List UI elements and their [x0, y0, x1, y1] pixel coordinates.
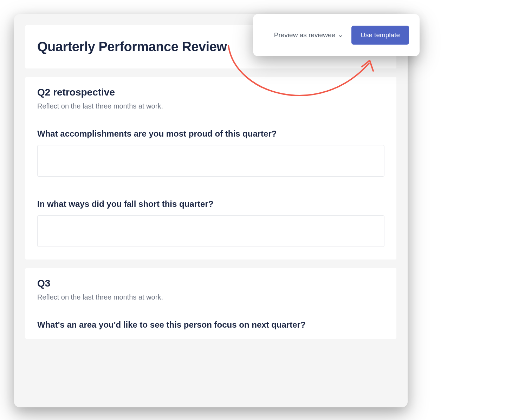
preview-toolbar: Preview as reviewee Use template — [253, 14, 420, 56]
page-container: Quarterly Performance Review Q2 retrospe… — [14, 14, 408, 407]
answer-input-shortcomings[interactable] — [37, 215, 384, 247]
section-q3: Q3 Reflect on the last three months at w… — [25, 268, 396, 339]
question-label: In what ways did you fall short this qua… — [37, 199, 384, 209]
section-title: Q2 retrospective — [37, 87, 384, 98]
question-label: What accomplishments are you most proud … — [37, 129, 384, 139]
section-description: Reflect on the last three months at work… — [37, 293, 384, 301]
question-block-focus-area: What's an area you'd like to see this pe… — [25, 310, 396, 339]
preview-dropdown-label: Preview as reviewee — [274, 31, 335, 39]
question-label: What's an area you'd like to see this pe… — [37, 320, 384, 330]
answer-input-accomplishments[interactable] — [37, 145, 384, 177]
use-template-label: Use template — [361, 31, 400, 39]
section-description: Reflect on the last three months at work… — [37, 102, 384, 110]
section-q2: Q2 retrospective Reflect on the last thr… — [25, 77, 396, 260]
section-header: Q3 Reflect on the last three months at w… — [25, 268, 396, 310]
question-block-accomplishments: What accomplishments are you most proud … — [25, 119, 396, 189]
use-template-button[interactable]: Use template — [351, 26, 409, 45]
section-header: Q2 retrospective Reflect on the last thr… — [25, 77, 396, 119]
section-title: Q3 — [37, 278, 384, 289]
question-block-shortcomings: In what ways did you fall short this qua… — [25, 189, 396, 260]
chevron-down-icon — [338, 33, 343, 38]
preview-as-dropdown[interactable]: Preview as reviewee — [274, 31, 343, 39]
